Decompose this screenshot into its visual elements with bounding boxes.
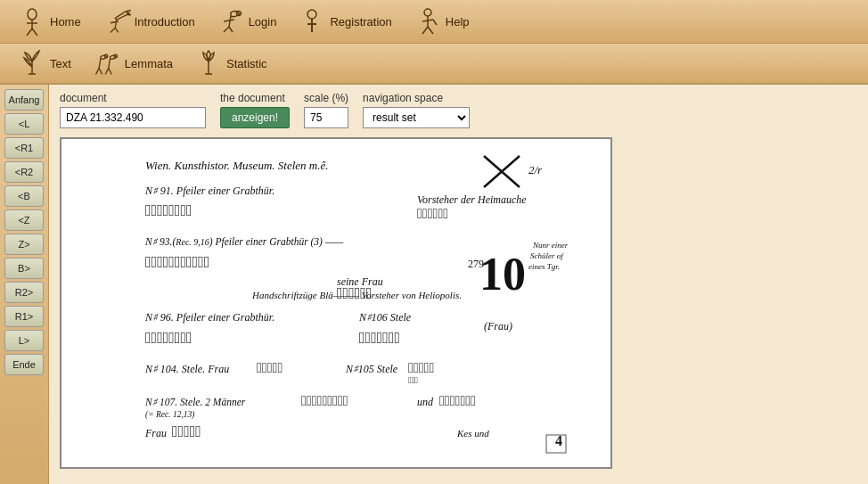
scale-group: scale (%) <box>304 92 348 128</box>
text-icon <box>18 49 46 78</box>
nav-l-back-button[interactable]: <L <box>4 113 44 135</box>
svg-line-22 <box>428 27 433 34</box>
svg-line-4 <box>32 29 37 36</box>
svg-text:2/r: 2/r <box>528 163 543 176</box>
nav-help-label: Help <box>446 15 470 29</box>
nav-text[interactable]: Text <box>7 45 82 81</box>
svg-line-20 <box>422 20 433 21</box>
svg-text:Schüler of: Schüler of <box>530 251 564 260</box>
svg-text:4: 4 <box>555 433 562 448</box>
svg-text:Handschriftzüge Blä——— Vorsteh: Handschriftzüge Blä——— Vorsteher von Hel… <box>251 290 462 300</box>
svg-text:N♯106 Stele: N♯106 Stele <box>358 311 412 324</box>
nav-space-label: navigation space <box>363 92 470 104</box>
nav-lemmata-label: Lemmata <box>125 57 173 70</box>
svg-text:𓀀𓏏𓆑𓅱𓏏𓈖: 𓀀𓏏𓆑𓅱𓏏𓈖 <box>417 206 448 221</box>
svg-text:N♯ 93.(Rec. 9,16) Pfeiler eine: N♯ 93.(Rec. 9,16) Pfeiler einer Grabthür… <box>144 236 344 248</box>
document-container: Wien. Kunsthistor. Museum. Stelen m.ê. 2… <box>60 137 612 469</box>
nav-login[interactable]: Login <box>206 4 288 39</box>
svg-text:N♯ 104. Stele. Frau: N♯ 104. Stele. Frau <box>144 363 229 375</box>
svg-point-0 <box>28 9 37 20</box>
svg-line-33 <box>109 68 112 74</box>
introduction-icon <box>102 7 131 36</box>
svg-text:𓅱𓊽𓈖𓆑𓇳𓃛𓏏: 𓅱𓊽𓈖𓆑𓇳𓃛𓏏 <box>439 393 476 408</box>
nav-r1-fwd-button[interactable]: R1> <box>4 306 44 327</box>
nav-home[interactable]: Home <box>7 4 92 39</box>
nav-r2-back-button[interactable]: <R2 <box>4 161 44 183</box>
svg-line-12 <box>224 27 229 32</box>
nav-help[interactable]: Help <box>403 4 480 39</box>
nav-b-back-button[interactable]: <B <box>4 185 44 207</box>
nav-registration[interactable]: Registration <box>287 4 402 39</box>
nav-space-group: navigation space result set all document… <box>363 92 470 128</box>
anzeigen-button[interactable]: anzeigen! <box>220 107 290 128</box>
svg-text:𓊽𓈖𓆑𓅱𓇳𓏏𓃛𓆑𓇳𓏏𓈖: 𓊽𓈖𓆑𓅱𓇳𓏏𓃛𓆑𓇳𓏏𓈖 <box>145 253 209 271</box>
document-group: document <box>60 92 206 128</box>
the-document-group: the document anzeigen! <box>220 92 290 128</box>
scale-label: scale (%) <box>304 92 348 104</box>
svg-text:eines Tgr.: eines Tgr. <box>528 262 560 271</box>
main-content: document the document anzeigen! scale (%… <box>49 85 868 484</box>
lemmata-icon <box>93 49 121 78</box>
toolbar: document the document anzeigen! scale (%… <box>60 92 857 128</box>
svg-line-8 <box>115 28 119 32</box>
svg-text:Nunr einer: Nunr einer <box>532 241 569 250</box>
svg-line-23 <box>433 20 437 25</box>
nav-z-back-button[interactable]: <Z <box>4 209 44 231</box>
svg-text:N♯ 96. Pfeiler einer Grabthür.: N♯ 96. Pfeiler einer Grabthür. <box>144 311 274 324</box>
svg-text:𓇳𓅱𓏏𓆑𓊽𓈖𓃛𓆑: 𓇳𓅱𓏏𓆑𓊽𓈖𓃛𓆑 <box>145 329 192 347</box>
nav-r2-fwd-button[interactable]: R2> <box>4 282 44 303</box>
second-navigation: Text Lemmata <box>0 44 868 85</box>
svg-text:und: und <box>417 396 434 408</box>
home-icon <box>18 7 46 36</box>
svg-line-7 <box>111 28 115 32</box>
svg-line-28 <box>99 59 101 69</box>
svg-text:N♯105 Stele: N♯105 Stele <box>345 363 398 375</box>
svg-line-6 <box>115 19 117 28</box>
nav-introduction-label: Introduction <box>135 15 195 29</box>
nav-lemmata[interactable]: Lemmata <box>82 45 184 81</box>
scale-input[interactable] <box>304 107 348 128</box>
svg-text:𓂧𓃛𓅱𓇳𓏏𓈖𓆑: 𓂧𓃛𓅱𓇳𓏏𓈖𓆑 <box>359 329 400 347</box>
svg-text:𓅱𓊽𓈖𓆑𓇳: 𓅱𓊽𓈖𓆑𓇳 <box>257 360 283 375</box>
document-label: document <box>60 92 206 104</box>
nav-z-fwd-button[interactable]: Z> <box>4 234 44 255</box>
sidebar: Anfang <L <R1 <R2 <B <Z Z> B> R2> R1> L>… <box>0 85 49 484</box>
statistic-icon <box>194 49 223 78</box>
svg-line-14 <box>224 20 234 21</box>
svg-text:Frau: Frau <box>144 427 167 439</box>
help-icon <box>414 7 442 36</box>
nav-r1-back-button[interactable]: <R1 <box>4 137 44 159</box>
document-input[interactable] <box>60 107 206 128</box>
registration-icon <box>298 7 326 36</box>
svg-line-11 <box>229 16 231 27</box>
svg-text:N♯ 107. Stele. 2 Männer: N♯ 107. Stele. 2 Männer <box>144 397 246 407</box>
svg-text:(Frau): (Frau) <box>484 320 512 332</box>
svg-line-29 <box>95 68 99 74</box>
nav-home-label: Home <box>50 15 81 29</box>
svg-line-31 <box>109 59 111 69</box>
document-image: Wien. Kunsthistor. Museum. Stelen m.ê. 2… <box>65 143 600 463</box>
anfang-button[interactable]: Anfang <box>4 89 44 111</box>
svg-point-15 <box>307 10 316 19</box>
svg-text:Kes und: Kes und <box>456 428 489 439</box>
svg-line-30 <box>99 68 102 74</box>
main-layout: Anfang <L <R1 <R2 <B <Z Z> B> R2> R1> L>… <box>0 85 868 484</box>
nav-login-label: Login <box>249 15 277 29</box>
nav-registration-label: Registration <box>330 15 391 29</box>
svg-text:𓅱𓊽𓈖𓇳𓏏𓃛𓇳𓈖𓆑: 𓅱𓊽𓈖𓇳𓏏𓃛𓇳𓈖𓆑 <box>301 393 348 408</box>
nav-text-label: Text <box>50 57 71 70</box>
nav-space-select[interactable]: result set all documents <box>363 107 470 128</box>
svg-line-32 <box>105 68 109 74</box>
svg-text:Vorsteher der Heimauche: Vorsteher der Heimauche <box>417 193 527 206</box>
nav-introduction[interactable]: Introduction <box>92 4 206 39</box>
nav-statistic[interactable]: Statistic <box>184 45 278 81</box>
nav-b-fwd-button[interactable]: B> <box>4 258 44 279</box>
svg-text:𓇳𓏏𓆑𓅱𓏏𓂋𓈖𓆑: 𓇳𓏏𓆑𓅱𓏏𓂋𓈖𓆑 <box>145 201 192 219</box>
ende-button[interactable]: Ende <box>4 354 44 375</box>
nav-l-fwd-button[interactable]: L> <box>4 330 44 351</box>
svg-line-9 <box>111 21 119 23</box>
svg-text:𓅱𓊽𓇳𓏏𓈖: 𓅱𓊽𓇳𓏏𓈖 <box>172 422 201 440</box>
svg-line-3 <box>27 29 32 36</box>
nav-statistic-label: Statistic <box>226 57 267 70</box>
svg-text:10: 10 <box>479 249 526 299</box>
